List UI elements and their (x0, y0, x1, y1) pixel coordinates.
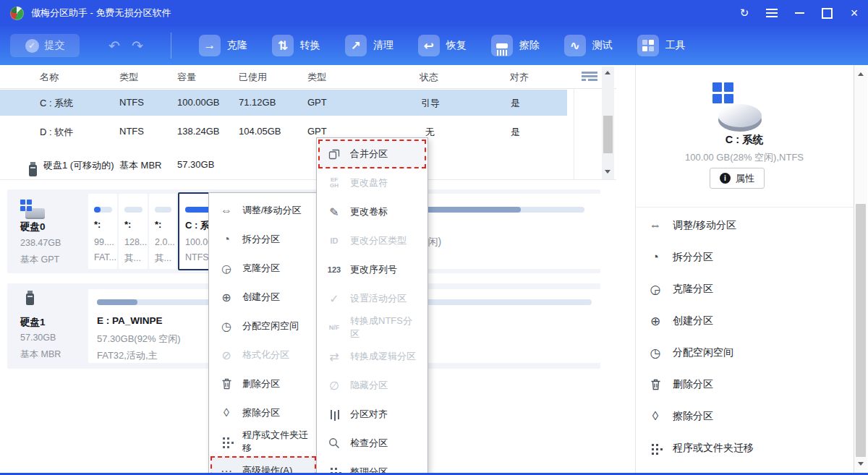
scroll-down-icon[interactable] (605, 170, 610, 174)
submenu-item-change-label[interactable]: ✎ 更改卷标 (317, 197, 427, 226)
redo-icon[interactable]: ↷ (132, 38, 143, 54)
disk0-size: 238.47GB (20, 238, 61, 248)
sidebar-scrollbar-thumb[interactable] (856, 204, 866, 457)
maximize-button[interactable] (813, 0, 841, 26)
table-scrollbar[interactable] (602, 67, 614, 179)
menu-item-label: 程序或文件夹迁移 (242, 429, 310, 455)
menu-item-label: 擦除分区 (242, 406, 280, 419)
magnifier-icon (326, 437, 342, 449)
windows-squares-icon (712, 82, 733, 103)
menu-item-app-mover[interactable]: 程序或文件夹迁移 (209, 427, 318, 456)
recover-icon: ↩ (418, 35, 440, 56)
toolbar-convert-button[interactable]: ⇅ 转换 (272, 35, 320, 56)
usage-fill (94, 207, 101, 213)
minimize-button[interactable] (786, 0, 813, 26)
submenu-item-merge[interactable]: 合并分区 (318, 140, 426, 168)
cell-scheme: GPT (307, 97, 327, 108)
waveform-icon: ∿ (564, 35, 586, 56)
sidebar-item-resize-move[interactable]: ⇔ 调整/移动分区 (647, 210, 850, 241)
toolbar-clean-button[interactable]: ↗ 清理 (345, 35, 393, 56)
trash-icon (218, 378, 234, 390)
window-title: 傲梅分区助手 - 免费无损分区软件 (31, 7, 171, 20)
scroll-down-icon[interactable] (858, 462, 864, 466)
list-view-icon[interactable] (582, 72, 597, 82)
undo-icon[interactable]: ↶ (109, 38, 120, 54)
menu-item-label: 隐藏分区 (350, 379, 388, 392)
col-fs[interactable]: 类型 (119, 71, 138, 84)
cell-aligned: 是 (511, 126, 520, 139)
sidebar-item-app-mover[interactable]: 程序或文件夹迁移 (647, 432, 850, 464)
table-scrollbar-thumb[interactable] (603, 116, 613, 153)
toolbar-recover-label: 恢复 (446, 39, 467, 52)
menu-item-label: 删除分区 (242, 377, 280, 390)
menu-item-wipe[interactable]: ◊ 擦除分区 (209, 398, 318, 427)
sidebar-item-label: 分配空闲空间 (673, 346, 733, 359)
menu-item-split[interactable]: ◔ 拆分分区 (209, 225, 318, 254)
table-row-c[interactable]: C : 系统 NTFS 100.00GB 71.12GB GPT 引导 是 (0, 90, 567, 116)
submenu-item-check[interactable]: 检查分区 (317, 429, 427, 458)
toolbar-wipe-button[interactable]: 擦除 (491, 35, 540, 56)
app-logo-icon (10, 7, 24, 20)
toolbar-test-button[interactable]: ∿ 测试 (564, 35, 613, 56)
menu-item-label: 检查分区 (350, 437, 388, 450)
menu-icon[interactable] (758, 0, 786, 26)
table-row-disk1[interactable]: 硬盘1 (可移动的) 基本 MBR 57.30GB (0, 152, 567, 178)
refresh-icon[interactable]: ↻ (731, 0, 758, 26)
resize-move-icon: ⇔ (218, 204, 234, 217)
scroll-up-icon[interactable] (605, 71, 610, 74)
close-button[interactable]: × (841, 0, 868, 26)
menu-item-delete[interactable]: 删除分区 (209, 369, 318, 398)
sidebar-menu: ⇔ 调整/移动分区 ◔ 拆分分区 ◶ 克隆分区 ⊕ 创建分区 ◷ 分配空闲空间 (647, 210, 850, 464)
toolbar-recover-button[interactable]: ↩ 恢复 (418, 35, 467, 56)
clock-icon: ◷ (647, 346, 663, 361)
table-row-d[interactable]: D : 软件 NTFS 138.24GB 104.05GB GPT 无 是 (0, 119, 567, 145)
menu-item-resize-move[interactable]: ⇔ 调整/移动分区 (209, 196, 318, 225)
properties-button[interactable]: i 属性 (710, 168, 765, 189)
cell-fs: NTFS (119, 126, 144, 137)
sidebar-item-delete[interactable]: 删除分区 (647, 369, 850, 401)
toolbar-tools-button[interactable]: 工具 (637, 35, 686, 56)
menu-item-allocate-free-space[interactable]: ◷ 分配空闲空间 (209, 312, 318, 341)
col-used[interactable]: 已使用 (239, 71, 267, 84)
menu-item-clone[interactable]: ◶ 克隆分区 (209, 254, 318, 283)
partition-fs: FAT32,活动,主 (97, 349, 158, 362)
sidebar-item-split[interactable]: ◔ 拆分分区 (647, 241, 850, 273)
toolbar-tools-label: 工具 (665, 39, 686, 52)
submenu-item-change-serial[interactable]: 123 更改序列号 (317, 255, 427, 284)
col-status[interactable]: 状态 (420, 71, 438, 84)
sidebar-divider (636, 207, 854, 207)
submenu-item-align[interactable]: 分区对齐 (317, 400, 427, 429)
toolbar-divider (171, 33, 171, 59)
menu-item-label: 合并分区 (350, 147, 388, 161)
menu-item-label: 设置活动分区 (350, 292, 407, 305)
menu-item-create[interactable]: ⊕ 创建分区 (209, 283, 318, 312)
usage-bar (155, 207, 171, 213)
sidebar-item-wipe[interactable]: ◊ 擦除分区 (647, 401, 850, 432)
pencil-icon: ✎ (326, 205, 342, 219)
toolbar-clone-button[interactable]: → 克隆 (199, 35, 247, 56)
sidebar-item-create[interactable]: ⊕ 创建分区 (647, 305, 850, 337)
submenu-item-convert-logical: ⇄ 转换成逻辑分区 (317, 342, 427, 371)
col-name[interactable]: 名称 (40, 71, 59, 84)
menu-item-label: 调整/移动分区 (242, 204, 302, 217)
scroll-up-icon[interactable] (858, 72, 864, 76)
selected-partition-title: C : 系统 (636, 133, 853, 147)
sidebar-item-clone[interactable]: ◶ 克隆分区 (647, 273, 850, 305)
col-aligned[interactable]: 对齐 (510, 71, 529, 84)
table-bottom-divider (0, 179, 616, 180)
col-capacity[interactable]: 容量 (177, 71, 196, 84)
partition-size: 57.30GB(92% 空闲) (97, 333, 181, 346)
toolbar-clean-label: 清理 (373, 39, 393, 52)
ntfs-convert-icon: N/F (326, 324, 342, 331)
submit-button[interactable]: ✓ 提交 (10, 34, 80, 57)
sidebar-scrollbar[interactable] (854, 65, 867, 473)
check-icon: ✓ (25, 39, 39, 53)
partition-fs: 其... (155, 252, 171, 265)
disk1-name: 硬盘1 (20, 316, 46, 329)
trash-icon (647, 379, 663, 390)
disk0-name: 硬盘0 (20, 221, 46, 234)
sidebar-item-allocate-free-space[interactable]: ◷ 分配空闲空间 (647, 337, 850, 369)
menu-item-label: 格式化分区 (242, 348, 289, 361)
col-scheme[interactable]: 类型 (307, 71, 326, 84)
menu-item-label: 转换成逻辑分区 (350, 350, 416, 363)
